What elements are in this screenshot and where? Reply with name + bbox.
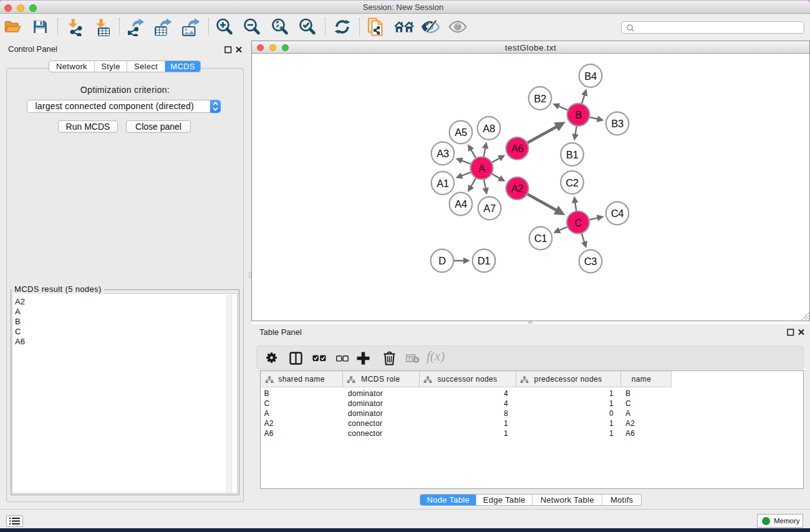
svg-text:C4: C4	[611, 208, 624, 219]
svg-text:D1: D1	[478, 255, 491, 266]
svg-text:D: D	[438, 255, 446, 266]
svg-text:A4: A4	[455, 198, 467, 210]
svg-text:A3: A3	[436, 148, 449, 159]
svg-text:A5: A5	[455, 127, 467, 138]
svg-text:B2: B2	[534, 93, 546, 104]
svg-text:A8: A8	[483, 123, 495, 134]
svg-text:C1: C1	[534, 233, 547, 244]
svg-text:B: B	[575, 109, 582, 120]
svg-text:C3: C3	[584, 256, 597, 267]
svg-text:C2: C2	[566, 177, 579, 188]
svg-text:B3: B3	[611, 118, 624, 129]
svg-text:A2: A2	[511, 183, 524, 194]
svg-text:A1: A1	[436, 178, 449, 189]
svg-text:B1: B1	[566, 149, 579, 160]
svg-text:A: A	[478, 163, 485, 174]
svg-text:A6: A6	[511, 143, 524, 154]
svg-text:A7: A7	[483, 203, 496, 214]
svg-text:B4: B4	[584, 70, 597, 82]
svg-text:C: C	[574, 217, 582, 228]
